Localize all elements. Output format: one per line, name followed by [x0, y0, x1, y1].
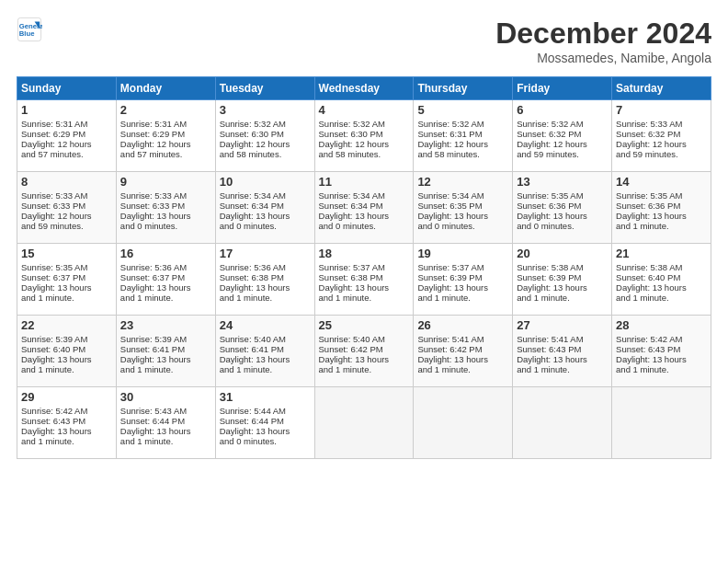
calendar-cell: 26Sunrise: 5:41 AMSunset: 6:42 PMDayligh…: [414, 316, 513, 387]
col-sunday: Sunday: [17, 77, 117, 100]
day-number: 23: [120, 318, 211, 332]
day-number: 19: [417, 247, 508, 260]
logo: General Blue: [17, 17, 42, 42]
logo-icon: General Blue: [17, 17, 42, 42]
calendar-cell: 13Sunrise: 5:35 AMSunset: 6:36 PMDayligh…: [513, 172, 612, 244]
calendar-cell: 11Sunrise: 5:34 AMSunset: 6:34 PMDayligh…: [314, 172, 414, 244]
calendar-week-row: 22Sunrise: 5:39 AMSunset: 6:40 PMDayligh…: [17, 316, 711, 387]
day-number: 10: [220, 175, 311, 189]
day-number: 11: [319, 175, 410, 189]
calendar-cell: 18Sunrise: 5:37 AMSunset: 6:38 PMDayligh…: [314, 244, 414, 316]
day-number: 6: [517, 103, 608, 117]
day-number: 5: [417, 103, 508, 117]
header-row: Sunday Monday Tuesday Wednesday Thursday…: [17, 77, 711, 100]
calendar-week-row: 15Sunrise: 5:35 AMSunset: 6:37 PMDayligh…: [17, 244, 711, 316]
calendar-cell: 17Sunrise: 5:36 AMSunset: 6:38 PMDayligh…: [215, 244, 314, 316]
calendar-cell: 16Sunrise: 5:36 AMSunset: 6:37 PMDayligh…: [116, 244, 215, 316]
calendar-table: Sunday Monday Tuesday Wednesday Thursday…: [17, 76, 711, 459]
calendar-cell: 6Sunrise: 5:32 AMSunset: 6:32 PMDaylight…: [513, 100, 612, 172]
day-number: 7: [616, 103, 707, 117]
day-number: 9: [120, 175, 211, 189]
col-monday: Monday: [116, 77, 215, 100]
calendar-week-row: 29Sunrise: 5:42 AMSunset: 6:43 PMDayligh…: [17, 387, 711, 459]
day-number: 20: [517, 247, 608, 260]
calendar-cell: 28Sunrise: 5:42 AMSunset: 6:43 PMDayligh…: [612, 316, 711, 387]
page-container: General Blue December 2024 Mossamedes, N…: [0, 0, 728, 468]
day-number: 26: [417, 318, 508, 332]
calendar-cell: 4Sunrise: 5:32 AMSunset: 6:30 PMDaylight…: [314, 100, 414, 172]
calendar-week-row: 1Sunrise: 5:31 AMSunset: 6:29 PMDaylight…: [17, 100, 711, 172]
day-number: 29: [21, 390, 112, 404]
calendar-cell: 21Sunrise: 5:38 AMSunset: 6:40 PMDayligh…: [612, 244, 711, 316]
day-number: 4: [319, 103, 410, 117]
calendar-cell: 5Sunrise: 5:32 AMSunset: 6:31 PMDaylight…: [414, 100, 513, 172]
day-number: 22: [21, 318, 112, 332]
day-number: 16: [120, 247, 211, 260]
location: Mossamedes, Namibe, Angola: [495, 51, 711, 65]
col-wednesday: Wednesday: [314, 77, 414, 100]
calendar-cell: 27Sunrise: 5:41 AMSunset: 6:43 PMDayligh…: [513, 316, 612, 387]
calendar-cell: 14Sunrise: 5:35 AMSunset: 6:36 PMDayligh…: [612, 172, 711, 244]
calendar-cell: 8Sunrise: 5:33 AMSunset: 6:33 PMDaylight…: [17, 172, 117, 244]
calendar-cell: [414, 387, 513, 459]
day-number: 13: [517, 175, 608, 189]
calendar-cell: 24Sunrise: 5:40 AMSunset: 6:41 PMDayligh…: [215, 316, 314, 387]
title-block: December 2024 Mossamedes, Namibe, Angola: [495, 17, 711, 65]
calendar-cell: 12Sunrise: 5:34 AMSunset: 6:35 PMDayligh…: [414, 172, 513, 244]
calendar-cell: 22Sunrise: 5:39 AMSunset: 6:40 PMDayligh…: [17, 316, 117, 387]
col-friday: Friday: [513, 77, 612, 100]
calendar-cell: 7Sunrise: 5:33 AMSunset: 6:32 PMDaylight…: [612, 100, 711, 172]
calendar-cell: 2Sunrise: 5:31 AMSunset: 6:29 PMDaylight…: [116, 100, 215, 172]
day-number: 27: [517, 318, 608, 332]
day-number: 30: [120, 390, 211, 404]
col-saturday: Saturday: [612, 77, 711, 100]
col-tuesday: Tuesday: [215, 77, 314, 100]
day-number: 3: [220, 103, 311, 117]
calendar-cell: 23Sunrise: 5:39 AMSunset: 6:41 PMDayligh…: [116, 316, 215, 387]
calendar-cell: [314, 387, 414, 459]
calendar-cell: 30Sunrise: 5:43 AMSunset: 6:44 PMDayligh…: [116, 387, 215, 459]
day-number: 14: [616, 175, 707, 189]
day-number: 28: [616, 318, 707, 332]
svg-text:Blue: Blue: [19, 29, 35, 38]
calendar-cell: 19Sunrise: 5:37 AMSunset: 6:39 PMDayligh…: [414, 244, 513, 316]
day-number: 21: [616, 247, 707, 260]
calendar-cell: 15Sunrise: 5:35 AMSunset: 6:37 PMDayligh…: [17, 244, 117, 316]
calendar-cell: 25Sunrise: 5:40 AMSunset: 6:42 PMDayligh…: [314, 316, 414, 387]
calendar-cell: 3Sunrise: 5:32 AMSunset: 6:30 PMDaylight…: [215, 100, 314, 172]
calendar-cell: [612, 387, 711, 459]
day-number: 8: [21, 175, 112, 189]
day-number: 17: [220, 247, 311, 260]
calendar-cell: 10Sunrise: 5:34 AMSunset: 6:34 PMDayligh…: [215, 172, 314, 244]
day-number: 31: [220, 390, 311, 404]
calendar-cell: 1Sunrise: 5:31 AMSunset: 6:29 PMDaylight…: [17, 100, 117, 172]
calendar-cell: 20Sunrise: 5:38 AMSunset: 6:39 PMDayligh…: [513, 244, 612, 316]
day-number: 15: [21, 247, 112, 260]
calendar-cell: 29Sunrise: 5:42 AMSunset: 6:43 PMDayligh…: [17, 387, 117, 459]
header: General Blue December 2024 Mossamedes, N…: [17, 17, 711, 65]
day-number: 25: [319, 318, 410, 332]
calendar-cell: [513, 387, 612, 459]
calendar-week-row: 8Sunrise: 5:33 AMSunset: 6:33 PMDaylight…: [17, 172, 711, 244]
col-thursday: Thursday: [414, 77, 513, 100]
month-title: December 2024: [495, 17, 711, 51]
day-number: 18: [319, 247, 410, 260]
calendar-cell: 9Sunrise: 5:33 AMSunset: 6:33 PMDaylight…: [116, 172, 215, 244]
day-number: 12: [417, 175, 508, 189]
day-number: 2: [120, 103, 211, 117]
day-number: 1: [21, 103, 112, 117]
day-number: 24: [220, 318, 311, 332]
calendar-cell: 31Sunrise: 5:44 AMSunset: 6:44 PMDayligh…: [215, 387, 314, 459]
